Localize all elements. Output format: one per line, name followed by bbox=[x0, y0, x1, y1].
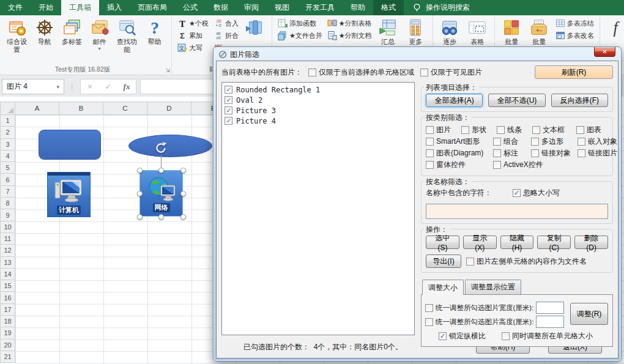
tell-me-search[interactable]: 操作说明搜索 bbox=[412, 0, 470, 15]
ribbon-button-★文件合并[interactable]: ★文件合并 bbox=[276, 29, 324, 42]
adjust-button[interactable]: 调整(R) bbox=[570, 303, 608, 325]
checkbox-category-多边形[interactable]: 多边形 bbox=[531, 136, 578, 147]
chevron-down-icon[interactable]: ▾ bbox=[56, 84, 59, 90]
checkbox-category-图表(Diagram)[interactable]: 图表(Diagram) bbox=[426, 148, 493, 158]
tab-插入[interactable]: 插入 bbox=[99, 0, 130, 15]
ribbon-button-折合[interactable]: abcd折合 bbox=[212, 29, 240, 42]
tab-工具箱[interactable]: 工具箱 bbox=[61, 0, 99, 15]
shape-rounded-rectangle-1[interactable] bbox=[39, 130, 101, 160]
checkbox-category-文本框[interactable]: 文本框 bbox=[532, 125, 576, 135]
checkbox-category-SmartArt图形[interactable]: SmartArt图形 bbox=[426, 136, 493, 147]
tab-页面布局[interactable]: 页面布局 bbox=[130, 0, 175, 15]
tab-视图[interactable]: 视图 bbox=[267, 0, 297, 15]
checkbox-icon[interactable] bbox=[308, 69, 316, 76]
ribbon-button-批量[interactable]: 批量 bbox=[498, 17, 526, 47]
checkbox-icon[interactable] bbox=[426, 138, 434, 146]
checkbox-uniform-width[interactable]: 统一调整所勾选图片宽度(厘米): bbox=[425, 303, 533, 313]
checkbox-cell-as-filename[interactable]: 图片左侧单元格的内容作为文件名 bbox=[466, 256, 587, 267]
rotate-handle-icon[interactable] bbox=[154, 141, 168, 155]
ribbon-button-表格[interactable]: 表格 bbox=[464, 17, 491, 47]
checkbox-category-ActiveX控件[interactable]: ActiveX控件 bbox=[493, 160, 608, 170]
checkbox-category-嵌入对象[interactable]: 嵌入对象 bbox=[578, 136, 617, 147]
checkbox-icon[interactable] bbox=[420, 69, 428, 76]
checkbox-icon[interactable] bbox=[502, 332, 510, 340]
checkbox-category-链接图片[interactable]: 链接图片 bbox=[578, 148, 617, 158]
checkbox-category-线条[interactable]: 线条 bbox=[497, 125, 532, 135]
checkbox-icon[interactable] bbox=[493, 161, 501, 169]
tab-开发工具[interactable]: 开发工具 bbox=[297, 0, 343, 15]
checkbox-uniform-height[interactable]: 统一调整所勾选图片高度(厘米): bbox=[425, 318, 533, 327]
selection-handle[interactable] bbox=[137, 214, 143, 220]
ops-button-4[interactable]: 复制(C) bbox=[537, 236, 571, 249]
selection-handle[interactable] bbox=[137, 191, 143, 196]
tab-文件[interactable]: 文件 bbox=[0, 0, 31, 15]
checkbox-icon[interactable] bbox=[425, 318, 433, 326]
width-input[interactable] bbox=[536, 302, 564, 314]
picture-list[interactable]: Rounded Rectangle 1Oval 2Picture 3Pictur… bbox=[221, 82, 415, 335]
picture-list-item[interactable]: Oval 2 bbox=[225, 95, 412, 105]
name-box[interactable]: 图片 4 ▾ bbox=[2, 79, 64, 94]
ribbon-button-更多[interactable]: 更多 bbox=[402, 17, 429, 47]
ribbon-button-大写[interactable]: 文大写 bbox=[176, 42, 210, 54]
selection-handle[interactable] bbox=[180, 214, 186, 220]
selection-handle[interactable] bbox=[180, 168, 186, 173]
refresh-button[interactable]: 刷新(R) bbox=[535, 65, 613, 79]
ribbon-button-多标签[interactable]: 多标签 bbox=[58, 17, 86, 47]
tab-审阅[interactable]: 审阅 bbox=[236, 0, 267, 15]
tab-格式[interactable]: 格式 bbox=[373, 0, 404, 15]
checkbox-icon[interactable] bbox=[426, 126, 434, 134]
ribbon-button-综合设置[interactable]: 综合设置 bbox=[3, 17, 31, 55]
tab-开始[interactable]: 开始 bbox=[31, 0, 61, 15]
ribbon-button-多表改名[interactable]: 多表改名 bbox=[554, 29, 596, 42]
checkbox-icon[interactable] bbox=[493, 138, 501, 146]
ribbon-button-多表冻结[interactable]: 多表冻结 bbox=[554, 17, 596, 29]
checkbox-lock-aspect-ratio[interactable]: 锁定纵横比 bbox=[439, 331, 486, 341]
tab-数据[interactable]: 数据 bbox=[206, 0, 236, 15]
checkbox-category-链接对象[interactable]: 链接对象 bbox=[531, 148, 578, 158]
picture-list-item[interactable]: Rounded Rectangle 1 bbox=[225, 84, 412, 95]
ribbon-button-帮助[interactable]: ?帮助 bbox=[141, 17, 168, 47]
tab-帮助[interactable]: 帮助 bbox=[343, 0, 373, 15]
selection-handle[interactable] bbox=[158, 168, 164, 173]
picture-network-selected[interactable]: 网络 bbox=[139, 170, 183, 217]
ribbon-button-逐步[interactable]: 逐步 bbox=[436, 17, 464, 47]
tab-调整显示位置[interactable]: 调整显示位置 bbox=[465, 280, 521, 294]
checkbox-icon[interactable] bbox=[461, 126, 469, 134]
picture-list-item[interactable]: Picture 4 bbox=[225, 116, 412, 126]
close-button[interactable]: ✕ bbox=[594, 47, 615, 57]
checkbox-icon[interactable] bbox=[493, 149, 501, 157]
ribbon-button-fx-italic-icon[interactable]: f bbox=[603, 17, 624, 39]
checkbox-icon[interactable] bbox=[426, 161, 434, 169]
checkbox-icon[interactable] bbox=[513, 189, 521, 197]
checkbox-icon[interactable] bbox=[578, 138, 585, 146]
checkbox-resize-cell-too[interactable]: 同时调整所在单元格大小 bbox=[502, 331, 593, 341]
ops-button-2[interactable]: 显示(X) bbox=[463, 236, 497, 249]
ribbon-button-汇总[interactable]: 汇总 bbox=[374, 17, 402, 47]
checkbox-icon[interactable] bbox=[225, 117, 232, 125]
checkbox-category-窗体控件[interactable]: 窗体控件 bbox=[426, 160, 493, 170]
picture-list-item[interactable]: Picture 3 bbox=[225, 105, 412, 116]
height-input[interactable] bbox=[536, 316, 564, 328]
dialog-titlebar[interactable]: 图片筛选 bbox=[216, 47, 618, 61]
checkbox-icon[interactable] bbox=[225, 86, 232, 94]
ops-button-5[interactable]: 删除(D) bbox=[574, 236, 608, 249]
checkbox-category-形状[interactable]: 形状 bbox=[461, 125, 497, 135]
ribbon-button-★分割表格[interactable]: ★分割表格 bbox=[325, 17, 374, 29]
ribbon-button-合入[interactable]: .00+.0合入 bbox=[212, 17, 240, 29]
ribbon-button-★个税[interactable]: T★个税 bbox=[176, 17, 210, 29]
checkbox-icon[interactable] bbox=[466, 258, 474, 266]
checkbox-icon[interactable] bbox=[531, 149, 539, 157]
checkbox-limit-selected-range[interactable]: 仅限于当前选择的单元格区域 bbox=[308, 67, 414, 78]
checkbox-icon[interactable] bbox=[497, 126, 505, 134]
checkbox-icon[interactable] bbox=[531, 138, 539, 146]
checkbox-icon[interactable] bbox=[425, 304, 433, 312]
ribbon-button-批量[interactable]: +−批量 bbox=[526, 17, 553, 47]
ribbon-button-导航[interactable]: 导航 bbox=[31, 17, 58, 47]
ribbon-button-查找功能[interactable]: 查找功能 bbox=[113, 17, 141, 55]
enter-icon[interactable]: ✓ bbox=[99, 82, 117, 91]
checkbox-visible-only[interactable]: 仅限于可见图片 bbox=[420, 67, 482, 78]
select-button-all[interactable]: 全部选择(A) bbox=[426, 94, 483, 107]
picture-computer[interactable]: 计算机 bbox=[47, 172, 91, 217]
checkbox-icon[interactable] bbox=[225, 96, 232, 104]
ribbon-button-邮件[interactable]: 邮件▾ bbox=[86, 17, 113, 53]
